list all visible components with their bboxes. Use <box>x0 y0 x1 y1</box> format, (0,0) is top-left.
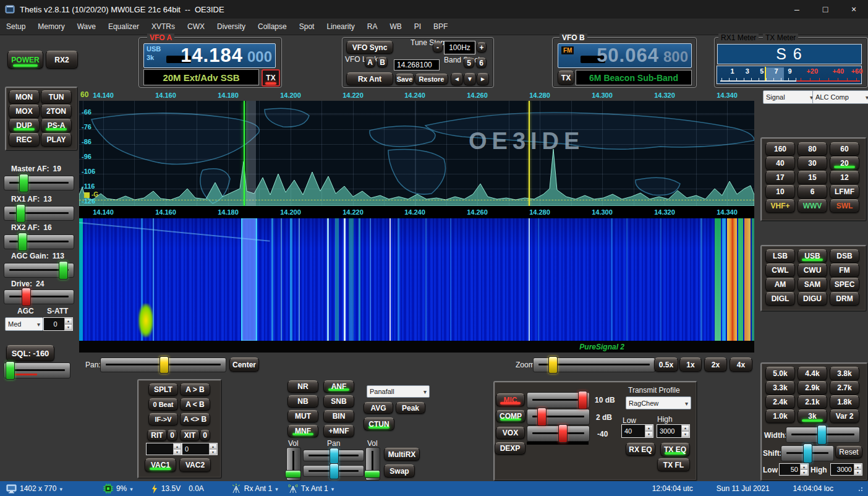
tx-meter-select[interactable]: ALC Comp <box>812 90 868 104</box>
filter-10k-button[interactable]: 1.0k <box>765 409 795 423</box>
tx-eq-button[interactable]: TX EQ <box>660 443 690 456</box>
vfo-sync-button[interactable]: VFO Sync <box>346 41 393 54</box>
minimize-button[interactable]: – <box>783 0 811 19</box>
tx-fl-button[interactable]: TX FL <box>657 458 690 471</box>
shift-slider[interactable] <box>781 445 834 461</box>
spinner-arrows-icon[interactable] <box>681 425 689 437</box>
menu-spot[interactable]: Spot <box>293 19 321 35</box>
nb-button[interactable]: NB <box>287 395 318 408</box>
b-to-a-button[interactable]: A < B <box>180 398 210 411</box>
filter-passband[interactable] <box>246 101 256 206</box>
band-6-button[interactable]: 6 <box>798 185 827 199</box>
drive-slider[interactable] <box>4 289 74 304</box>
spinner-arrows-icon[interactable] <box>173 443 181 455</box>
a-to-b-button[interactable]: A > B <box>180 383 210 396</box>
arrow-right-button[interactable]: ► <box>477 73 489 85</box>
band-80-button[interactable]: 80 <box>798 142 827 156</box>
vfo-lock-b-button[interactable]: B <box>377 57 388 67</box>
vfo-a-cursor[interactable] <box>244 101 245 206</box>
agc-gain-slider[interactable] <box>4 263 74 278</box>
agc-mode-select[interactable]: Med <box>5 317 43 331</box>
chevron-down-icon[interactable] <box>275 484 278 493</box>
mnf-button[interactable]: MNF <box>287 425 318 437</box>
vol1-slider[interactable] <box>286 447 301 481</box>
vox-slider-thumb[interactable] <box>558 424 568 443</box>
anf-button[interactable]: ANF <box>323 380 354 393</box>
comp-slider[interactable] <box>527 409 590 425</box>
if-to-v-button[interactable]: IF->V <box>148 413 178 425</box>
satt-spinner[interactable]: 0 <box>43 317 73 331</box>
rx2-af-slider-thumb[interactable] <box>18 233 27 251</box>
pan2-slider-thumb[interactable] <box>330 463 339 479</box>
mode-am-button[interactable]: AM <box>765 278 795 291</box>
tx-low-spinner[interactable]: 40 <box>621 424 653 438</box>
vac2-button[interactable]: VAC2 <box>179 458 211 472</box>
chevron-down-icon[interactable] <box>331 484 334 493</box>
chevron-down-icon[interactable] <box>130 484 133 493</box>
menu-pi[interactable]: PI <box>408 19 427 35</box>
band-12-button[interactable]: 12 <box>830 171 859 184</box>
rit-spinner[interactable] <box>146 443 182 455</box>
bin-button[interactable]: BIN <box>323 410 354 422</box>
filter-29k-button[interactable]: 2.9k <box>798 381 827 395</box>
band-30-button[interactable]: 30 <box>798 156 827 170</box>
band-60-button[interactable]: 60 <box>830 142 859 156</box>
menu-wave[interactable]: Wave <box>71 19 102 35</box>
vox-button[interactable]: VOX <box>496 427 525 439</box>
spinner-arrows-icon[interactable] <box>800 464 808 475</box>
tune-step-value[interactable]: 100Hz <box>444 41 475 54</box>
ctun-button[interactable]: CTUN <box>364 417 394 430</box>
mode-cwu-button[interactable]: CWU <box>798 263 827 277</box>
band-swl-button[interactable]: SWL <box>830 199 859 213</box>
dup-button[interactable]: DUP <box>9 119 40 132</box>
play-button[interactable]: PLAY <box>41 133 72 147</box>
master-af-slider[interactable] <box>4 176 74 190</box>
mode-digl-button[interactable]: DIGL <box>765 292 795 306</box>
avg-button[interactable]: AVG <box>364 402 393 414</box>
multirx-button[interactable]: MultiRX <box>384 448 420 461</box>
split-button[interactable]: SPLT <box>148 383 178 396</box>
vol1-slider-thumb[interactable] <box>285 470 301 478</box>
comp-button[interactable]: COMP <box>496 410 525 422</box>
vfo-lock-a-button[interactable]: A <box>365 57 375 67</box>
menu-ra[interactable]: RA <box>361 19 384 35</box>
filter-27k-button[interactable]: 2.7k <box>830 381 859 395</box>
mox-button[interactable]: MOX <box>9 105 40 118</box>
rx-ant-indicator[interactable]: Rx Ant 1 <box>231 484 278 494</box>
filter-44k-button[interactable]: 4.4k <box>798 367 827 380</box>
rx-meter-select[interactable]: Signal <box>763 90 816 104</box>
rec-button[interactable]: REC <box>9 133 40 147</box>
a-swap-b-button[interactable]: A <> B <box>180 413 210 425</box>
drive-slider-thumb[interactable] <box>22 288 31 306</box>
tx-high-spinner[interactable]: 3000 <box>657 424 690 438</box>
menu-diversity[interactable]: Diversity <box>211 19 252 35</box>
pan1-slider-thumb[interactable] <box>330 448 339 464</box>
menu-equalizer[interactable]: Equalizer <box>102 19 145 35</box>
center-button[interactable]: Center <box>229 357 259 372</box>
agc-gain-slider-thumb[interactable] <box>59 261 68 280</box>
arrow-down-button[interactable]: ▼ <box>464 73 476 85</box>
filter-high-spinner[interactable]: 3000 <box>830 463 862 476</box>
band-stack-6-button[interactable]: 6 <box>476 58 487 68</box>
tune-step-plus-button[interactable]: + <box>477 42 487 53</box>
tx-ant-indicator[interactable]: Tx Ant 1 <box>288 484 334 494</box>
filter-24k-button[interactable]: 2.4k <box>765 395 795 409</box>
rx2-af-slider[interactable] <box>4 234 74 249</box>
spinner-arrows-icon[interactable] <box>854 464 862 475</box>
spinner-arrows-icon[interactable] <box>64 318 72 330</box>
close-button[interactable]: × <box>840 0 868 19</box>
menu-wb[interactable]: WB <box>383 19 407 35</box>
nr-button[interactable]: NR <box>287 380 318 393</box>
plus-mnf-button[interactable]: +MNF <box>323 425 354 437</box>
tun-button[interactable]: TUN <box>41 90 72 104</box>
mic-button[interactable]: MIC <box>496 393 525 406</box>
zoom-1x-button[interactable]: 1x <box>679 357 702 372</box>
vac1-button[interactable]: VAC1 <box>145 458 176 472</box>
shift-reset-button[interactable]: Reset <box>835 446 862 458</box>
swap-button[interactable]: Swap <box>384 464 415 477</box>
panadapter[interactable]: OE3IDE -G <box>79 101 754 206</box>
vol2-slider[interactable] <box>365 447 380 481</box>
cpu-indicator[interactable]: 9% <box>103 484 133 494</box>
xit-spinner[interactable]: 0 <box>182 443 218 455</box>
rx-eq-button[interactable]: RX EQ <box>626 443 655 456</box>
